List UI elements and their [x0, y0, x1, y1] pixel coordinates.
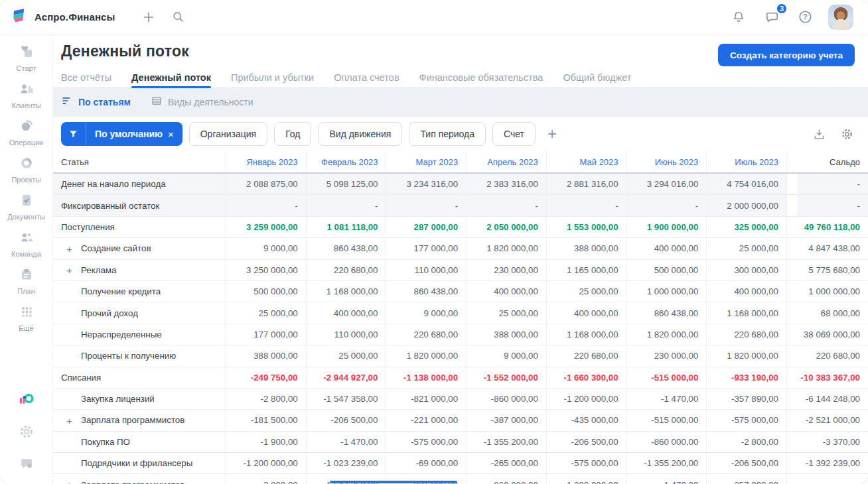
value-cell: 9 000,00 — [386, 302, 466, 323]
table-row[interactable]: Закупка лицензий-2 800,00-1 547 358,00-8… — [53, 389, 868, 410]
view-mode-2[interactable]: Виды деятельности — [151, 95, 253, 109]
sidebar-item-3[interactable]: Операции — [3, 118, 50, 147]
table-row[interactable]: Списания-249 750,00-2 944 927,00-1 138 0… — [53, 367, 868, 389]
value-cell: 220 680,00 — [706, 324, 786, 345]
value-cell: 2 050 000,00 — [466, 217, 546, 237]
value-cell: 220 680,00 — [786, 345, 868, 366]
sidebar-item-5[interactable]: Документы — [3, 192, 50, 221]
add-icon[interactable] — [139, 7, 159, 27]
expand-plus-icon[interactable]: + — [66, 480, 72, 484]
value-cell: 2 383 316,00 — [466, 174, 546, 194]
value-cell: -357 890,00 — [706, 389, 786, 409]
value-cell: 1 820 000,00 — [706, 345, 786, 366]
value-cell: -1 023 239,00 — [306, 453, 386, 473]
report-tabs: Все отчётыДенежный потокПрибыли и убытки… — [61, 72, 855, 88]
filter-chip-2[interactable]: Год — [274, 122, 311, 146]
help-icon[interactable]: ? — [795, 7, 815, 27]
sidebar-item-7[interactable]: План — [3, 267, 50, 295]
table-row[interactable]: +Зарплата программистов-2 800,00-1 547 3… — [53, 474, 868, 484]
column-header-3[interactable]: Март 2023 — [386, 151, 466, 172]
value-cell: 110 000,00 — [306, 324, 386, 345]
add-filter-icon[interactable]: + — [545, 126, 559, 142]
table-row[interactable]: Проценты к получению388 000,0025 000,001… — [53, 345, 868, 367]
value-cell: 25 000,00 — [466, 302, 546, 323]
sidebar-item-2[interactable]: Клиенты — [3, 81, 50, 109]
expand-plus-icon[interactable]: + — [66, 415, 72, 425]
sidebar-item-label: Клиенты — [11, 101, 40, 109]
table-row[interactable]: Фиксированный остаток------2 000 000,00- — [53, 195, 868, 216]
clear-filter-icon[interactable]: × — [168, 129, 182, 140]
settings-gear-icon[interactable] — [18, 423, 35, 440]
tab-2[interactable]: Денежный поток — [131, 72, 211, 88]
sidebar: СтартКлиентыОперацииПроектыДокументыКома… — [0, 34, 53, 484]
table-row[interactable]: Получение кредита500 000,001 168 000,008… — [53, 281, 868, 302]
default-filter-chip[interactable]: По умолчанию × — [61, 122, 182, 146]
create-category-button[interactable]: Создать категорию учета — [718, 44, 855, 66]
column-header-7[interactable]: Июль 2023 — [706, 151, 786, 172]
download-icon[interactable] — [811, 126, 827, 142]
table-settings-gear-icon[interactable] — [839, 126, 855, 142]
value-cell: -2 944 927,00 — [306, 367, 386, 388]
value-cell: -10 383 367,00 — [786, 367, 868, 388]
expand-plus-icon[interactable]: + — [66, 243, 72, 253]
table-row[interactable]: +Реклама3 250 000,00220 680,00110 000,00… — [53, 260, 868, 281]
sidebar-item-8[interactable]: Ещё — [3, 304, 50, 332]
expand-plus-icon[interactable]: + — [66, 265, 72, 275]
filter-chip-3[interactable]: Вид движения — [318, 122, 402, 146]
column-header-8[interactable]: Сальдо — [786, 151, 868, 172]
column-header-2[interactable]: Февраль 2023 — [306, 151, 386, 172]
tab-3[interactable]: Прибыли и убытки — [231, 72, 314, 88]
table-row[interactable]: Подрядчики и фрилансеры-1 200 000,00-1 0… — [53, 453, 868, 474]
column-header-4[interactable]: Апрель 2023 — [466, 151, 546, 172]
column-header-6[interactable]: Июнь 2023 — [626, 151, 707, 172]
table-row[interactable]: Прочий доход25 000,00400 000,009 000,002… — [53, 302, 868, 324]
row-label: Получение кредита — [53, 281, 226, 302]
value-cell: 860 438,00 — [306, 238, 386, 259]
sidebar-item-4[interactable]: Проекты — [3, 155, 50, 184]
table-row[interactable]: Нераспределенные177 000,00110 000,00220 … — [53, 324, 868, 345]
messages-chat-icon[interactable]: 3 — [762, 7, 782, 27]
column-header-5[interactable]: Май 2023 — [546, 151, 626, 172]
column-header-1[interactable]: Январь 2023 — [226, 151, 306, 172]
cashflow-table: СтатьяЯнварь 2023Февраль 2023Март 2023Ап… — [53, 151, 868, 484]
view-mode-1[interactable]: По статьям — [61, 95, 131, 109]
feedback-chat-icon[interactable] — [18, 455, 35, 472]
tab-5[interactable]: Финансовые обязательства — [419, 72, 543, 88]
value-cell: -2 800,00 — [226, 474, 306, 484]
value-cell: 3 250 000,00 — [226, 260, 306, 280]
filter-chip-5[interactable]: Счет — [492, 122, 536, 146]
table-row[interactable]: +Создание сайтов9 000,00860 438,00177 00… — [53, 238, 868, 259]
value-cell: -1 552 000,00 — [466, 367, 546, 388]
row-label: Покупка ПО — [53, 432, 226, 452]
svg-text:?: ? — [803, 13, 807, 21]
notifications-bell-icon[interactable] — [729, 7, 749, 27]
avatar[interactable] — [828, 5, 853, 30]
aspro-logo-icon[interactable] — [18, 391, 35, 408]
horizontal-scrollbar[interactable] — [330, 481, 457, 483]
sidebar-item-6[interactable]: Команда — [3, 229, 50, 258]
projects-icon — [19, 155, 35, 174]
sidebar-item-label: Операции — [9, 139, 43, 147]
table-row[interactable]: +Зарплата программистов-181 500,00-206 5… — [53, 410, 868, 431]
value-cell: -933 190,00 — [706, 367, 786, 388]
value-cell: - — [306, 195, 386, 215]
value-cell: - — [786, 195, 868, 215]
tab-6[interactable]: Общий бюджет — [563, 72, 631, 88]
filter-chip-1[interactable]: Организация — [189, 122, 267, 146]
value-cell: 3 294 016,00 — [626, 174, 707, 194]
search-icon[interactable] — [168, 7, 188, 27]
sidebar-item-1[interactable]: Старт — [3, 44, 50, 72]
value-cell: 1 081 118,00 — [306, 217, 386, 237]
table-row[interactable]: Покупка ПО-1 900,00-1 470,00-575 000,00-… — [53, 432, 868, 453]
filter-chip-4[interactable]: Тип периода — [409, 122, 486, 146]
table-row[interactable]: Поступления3 259 000,001 081 118,00287 0… — [53, 217, 868, 238]
value-cell: -860 000,00 — [466, 474, 546, 484]
value-cell: 220 680,00 — [386, 324, 466, 345]
value-cell: - — [546, 195, 626, 215]
tab-4[interactable]: Оплата счетов — [334, 72, 399, 88]
value-cell: -1 660 300,00 — [546, 367, 626, 388]
table-row[interactable]: Денег на начало периода2 088 875,005 098… — [53, 174, 868, 195]
tab-1[interactable]: Все отчёты — [61, 72, 111, 88]
chat-badge: 3 — [776, 3, 788, 15]
brand[interactable]: Аспро.Финансы — [11, 7, 115, 27]
